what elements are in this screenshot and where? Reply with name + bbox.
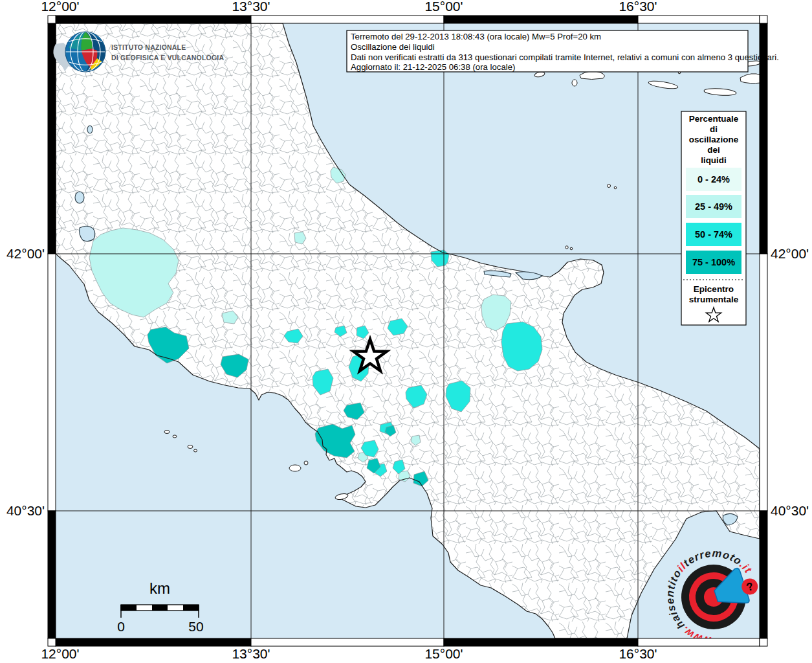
lon-label-bottom: 13°30' xyxy=(232,646,270,661)
title-box: Terremoto del 29-12-2013 18:08:43 (ora l… xyxy=(347,30,779,72)
legend-label-50-74: 50 - 74% xyxy=(695,229,732,240)
legend-label-0-24: 0 - 24% xyxy=(697,174,730,185)
lon-label-top: 13°30' xyxy=(232,0,270,14)
island xyxy=(608,185,611,188)
lon-label-top: 16°30' xyxy=(619,0,657,14)
lon-label-top: 12°00' xyxy=(41,0,79,14)
scale-unit: km xyxy=(149,579,170,597)
island xyxy=(614,186,617,189)
legend-epicenter-line1: Epicentro xyxy=(694,284,734,294)
island xyxy=(194,449,197,452)
lake xyxy=(87,126,93,133)
legend-label-25-49: 25 - 49% xyxy=(695,201,732,212)
lon-label-top: 15°00' xyxy=(424,0,463,14)
lat-label-left: 42°00' xyxy=(6,246,45,261)
lon-label-bottom: 16°30' xyxy=(619,646,657,661)
ingv-name-line2: DI GEOFISICA E VULCANOLOGIA xyxy=(111,54,224,62)
lat-label-left: 40°30' xyxy=(6,503,45,518)
island-tremiti xyxy=(570,247,573,250)
legend-box: Percentuale di oscillazione dei liquidi … xyxy=(681,111,746,325)
lake xyxy=(75,192,84,203)
legend-epicenter-line2: strumentale xyxy=(689,295,739,304)
island xyxy=(173,435,177,438)
title-line: Dati non verificati estratti da 313 ques… xyxy=(351,52,779,62)
lon-label-bottom: 12°00' xyxy=(41,646,79,661)
lake xyxy=(80,226,95,241)
island-ischia xyxy=(289,465,301,471)
scale-start: 0 xyxy=(117,619,125,634)
lat-label-right: 42°00' xyxy=(771,246,809,261)
island-tremiti xyxy=(565,246,568,249)
ingv-name-line1: ISTITUTO NAZIONALE xyxy=(111,43,186,51)
legend-title-line: dei xyxy=(707,145,720,155)
island xyxy=(572,80,577,86)
title-line: Aggiornato il: 21-12-2025 06:38 (ora loc… xyxy=(351,62,515,72)
scale-end: 50 xyxy=(188,619,203,634)
island-procida xyxy=(304,461,308,465)
map-canvas: ? www.haisentitoilterremoto.it xyxy=(0,0,812,663)
island xyxy=(188,445,193,449)
lon-label-bottom: 15°00' xyxy=(424,646,463,661)
legend-title-line: Percentuale xyxy=(689,114,739,124)
title-line: Oscillazione dei liquidi xyxy=(351,42,435,52)
legend-title-line: di xyxy=(710,124,718,134)
legend-label-75-100: 75 - 100% xyxy=(692,257,735,267)
lat-label-right: 40°30' xyxy=(771,503,809,518)
legend-title-line: liquidi xyxy=(701,155,727,165)
title-line: Terremoto del 29-12-2013 18:08:43 (ora l… xyxy=(351,32,601,41)
island xyxy=(164,431,170,434)
legend-title-line: oscillazione xyxy=(689,135,739,144)
